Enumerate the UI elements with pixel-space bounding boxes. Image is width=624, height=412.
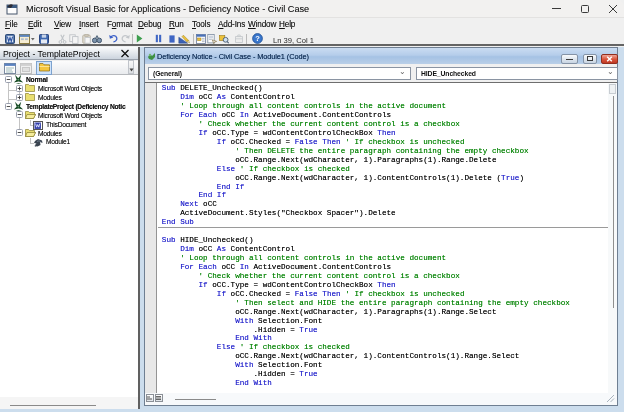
svg-text:?: ?: [255, 34, 260, 43]
